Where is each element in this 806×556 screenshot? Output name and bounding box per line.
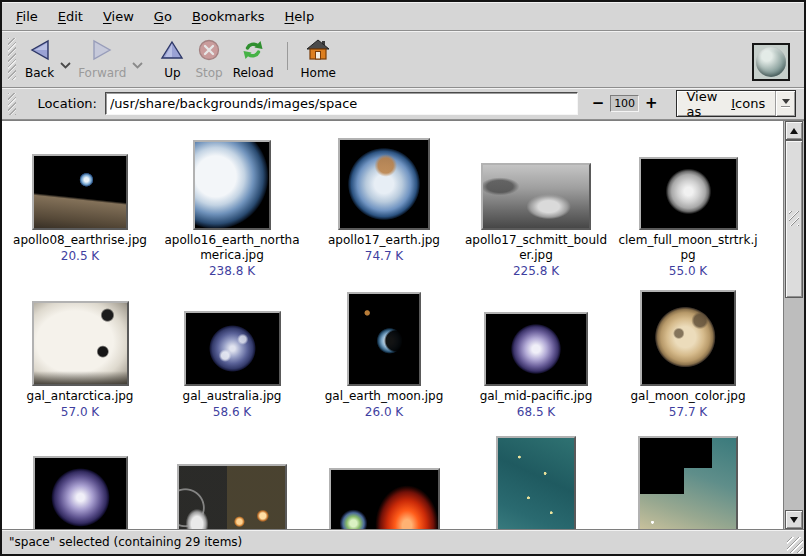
stop-button[interactable]: Stop: [195, 36, 222, 80]
scroll-up-button[interactable]: [785, 121, 803, 140]
file-size: 57.0 K: [5, 404, 155, 420]
file-name: gal_antarctica.jpg: [5, 389, 155, 404]
menu-item-view[interactable]: View: [93, 6, 144, 27]
file-item[interactable]: clem_full_moon_strtrk.jpg55.0 K: [612, 135, 764, 288]
view-as-dropdown-arrow[interactable]: [775, 91, 795, 116]
home-button[interactable]: Home: [301, 36, 336, 80]
toolbar: Back Forward Up: [2, 31, 804, 88]
resize-grip[interactable]: [787, 537, 803, 553]
menu-item-file[interactable]: File: [6, 6, 48, 27]
up-label: Up: [164, 66, 180, 80]
location-input[interactable]: [105, 92, 578, 115]
file-item[interactable]: gal_moon_color.jpg57.7 K: [612, 288, 764, 430]
chevron-down-icon: [782, 99, 790, 104]
up-icon: [159, 36, 185, 64]
file-thumbnail: [177, 464, 287, 530]
file-thumbnail: [33, 456, 128, 530]
menu-item-go[interactable]: Go: [144, 6, 182, 27]
file-size: 225.8 K: [461, 263, 611, 279]
file-item[interactable]: gal_earth_moon.jpg26.0 K: [308, 288, 460, 430]
file-size: 58.6 K: [157, 404, 307, 420]
location-label: Location:: [38, 96, 97, 111]
file-size: 20.5 K: [5, 248, 155, 264]
file-size: 238.8 K: [157, 263, 307, 279]
file-item[interactable]: [4, 436, 156, 530]
home-icon: [305, 36, 331, 64]
menu-item-edit[interactable]: Edit: [48, 6, 93, 27]
status-bar: "space" selected (containing 29 items): [2, 530, 804, 554]
stop-label: Stop: [195, 66, 222, 80]
file-name: gal_earth_moon.jpg: [309, 389, 459, 404]
reload-icon: [239, 36, 267, 64]
menu-item-help[interactable]: Help: [275, 6, 325, 27]
file-thumbnail: [338, 138, 430, 230]
file-thumbnail: [193, 140, 271, 230]
file-item[interactable]: [460, 436, 612, 530]
file-thumbnail: [639, 157, 738, 230]
up-button[interactable]: Up: [159, 36, 185, 80]
location-bar-drag-handle[interactable]: [8, 93, 16, 115]
reload-label: Reload: [233, 66, 274, 80]
vertical-scrollbar[interactable]: [783, 121, 804, 529]
arrow-up-icon: [790, 128, 798, 134]
forward-label: Forward: [78, 66, 126, 80]
file-item[interactable]: [612, 436, 764, 530]
file-name: apollo17_earth.jpg: [309, 233, 459, 248]
file-thumbnail: [484, 312, 588, 386]
file-thumbnail: [481, 163, 591, 230]
file-item[interactable]: gal_antarctica.jpg57.0 K: [4, 288, 156, 430]
throbber: [752, 43, 790, 81]
zoom-level-indicator: 100: [610, 95, 639, 112]
menu-item-bookmarks[interactable]: Bookmarks: [182, 6, 275, 27]
file-name: clem_full_moon_strtrk.jpg: [613, 233, 763, 263]
forward-history-chevron-icon[interactable]: [132, 54, 143, 73]
file-name: apollo17_schmitt_boulder.jpg: [461, 233, 611, 263]
file-thumbnail: [496, 436, 576, 530]
file-size: 57.7 K: [613, 404, 763, 420]
view-as-label: View as Icons: [677, 91, 776, 116]
file-thumbnail: [329, 468, 440, 530]
stop-icon: [197, 36, 221, 64]
status-text: "space" selected (containing 29 items): [2, 535, 242, 549]
icon-view: apollo08_earthrise.jpg20.5 K apollo16_ea…: [2, 120, 804, 530]
file-item[interactable]: apollo17_earth.jpg74.7 K: [308, 135, 460, 288]
scrollbar-thumb[interactable]: [785, 140, 803, 298]
file-manager-window: File Edit View Go Bookmarks Help Back: [0, 0, 806, 556]
back-button[interactable]: Back: [25, 36, 54, 80]
file-item[interactable]: gal_australia.jpg58.6 K: [156, 288, 308, 430]
file-thumbnail: [638, 436, 738, 530]
toolbar-drag-handle[interactable]: [8, 38, 16, 80]
file-name: apollo08_earthrise.jpg: [5, 233, 155, 248]
forward-icon: [89, 36, 115, 64]
file-name: gal_mid-pacific.jpg: [461, 389, 611, 404]
back-label: Back: [25, 66, 54, 80]
reload-button[interactable]: Reload: [233, 36, 274, 80]
file-thumbnail: [184, 311, 281, 386]
file-size: 55.0 K: [613, 263, 763, 279]
file-item[interactable]: apollo08_earthrise.jpg20.5 K: [4, 135, 156, 288]
file-name: gal_moon_color.jpg: [613, 389, 763, 404]
back-history-chevron-icon[interactable]: [60, 54, 71, 73]
file-size: 26.0 K: [309, 404, 459, 420]
home-label: Home: [301, 66, 336, 80]
zoom-in-button[interactable]: +: [645, 96, 658, 111]
file-name: apollo16_earth_northamerica.jpg: [157, 233, 307, 263]
file-item[interactable]: [156, 436, 308, 530]
zoom-out-button[interactable]: −: [592, 96, 605, 111]
file-item[interactable]: gal_mid-pacific.jpg68.5 K: [460, 288, 612, 430]
forward-button[interactable]: Forward: [78, 36, 126, 80]
scroll-down-button[interactable]: [785, 510, 803, 529]
file-name: gal_australia.jpg: [157, 389, 307, 404]
arrow-down-icon: [790, 517, 798, 523]
file-item[interactable]: apollo16_earth_northamerica.jpg238.8 K: [156, 135, 308, 288]
menu-bar: File Edit View Go Bookmarks Help: [2, 2, 804, 31]
throbber-globe-icon: [756, 47, 786, 77]
file-item[interactable]: [308, 436, 460, 530]
back-icon: [27, 36, 53, 64]
file-item[interactable]: apollo17_schmitt_boulder.jpg225.8 K: [460, 135, 612, 288]
file-thumbnail: [32, 154, 128, 230]
file-thumbnail: [32, 301, 129, 386]
file-thumbnail: [640, 290, 736, 386]
view-as-selector[interactable]: View as Icons: [676, 90, 797, 117]
file-size: 68.5 K: [461, 404, 611, 420]
